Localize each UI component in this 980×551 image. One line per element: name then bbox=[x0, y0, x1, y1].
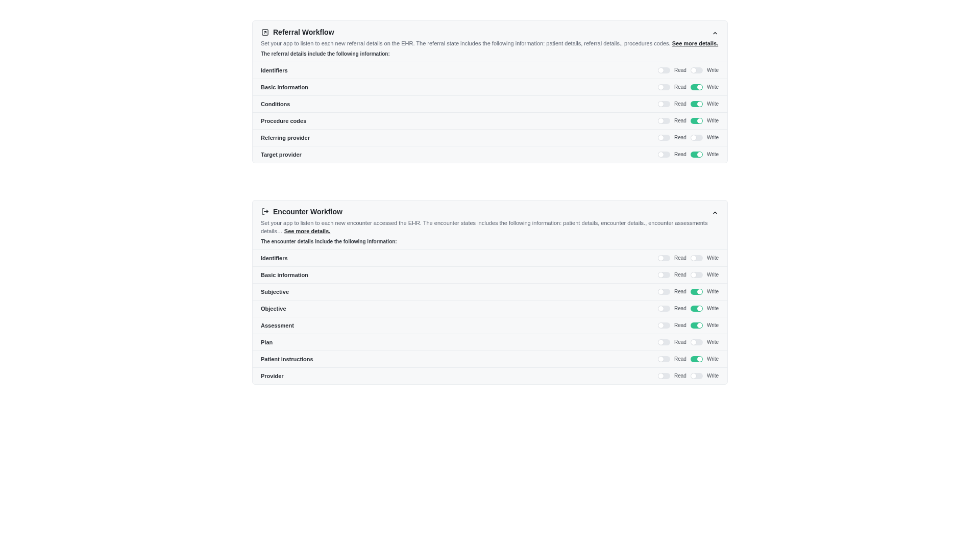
write-label: Write bbox=[707, 373, 719, 379]
read-label: Read bbox=[674, 373, 687, 379]
write-toggle[interactable] bbox=[691, 306, 703, 312]
read-label: Read bbox=[674, 135, 687, 140]
read-toggle[interactable] bbox=[658, 135, 670, 141]
read-toggle[interactable] bbox=[658, 306, 670, 312]
permission-label: Basic information bbox=[261, 272, 308, 278]
read-toggle[interactable] bbox=[658, 101, 670, 107]
panel-title: Encounter Workflow bbox=[273, 208, 342, 216]
permission-controls: ReadWrite bbox=[658, 135, 719, 141]
write-label: Write bbox=[707, 255, 719, 261]
write-label: Write bbox=[707, 322, 719, 328]
write-label: Write bbox=[707, 135, 719, 140]
read-toggle[interactable] bbox=[658, 356, 670, 362]
read-toggle[interactable] bbox=[658, 322, 670, 329]
write-toggle[interactable] bbox=[691, 101, 703, 107]
permission-controls: ReadWrite bbox=[658, 306, 719, 312]
permission-row: PlanReadWrite bbox=[253, 334, 727, 351]
see-more-link[interactable]: See more details. bbox=[284, 228, 331, 234]
permission-label: Subjective bbox=[261, 289, 289, 295]
write-toggle[interactable] bbox=[691, 272, 703, 278]
permission-row: Basic informationReadWrite bbox=[253, 267, 727, 284]
read-toggle[interactable] bbox=[658, 255, 670, 261]
read-label: Read bbox=[674, 289, 687, 294]
write-toggle[interactable] bbox=[691, 135, 703, 141]
write-toggle[interactable] bbox=[691, 339, 703, 345]
permission-row: SubjectiveReadWrite bbox=[253, 284, 727, 300]
read-toggle[interactable] bbox=[658, 118, 670, 124]
write-toggle[interactable] bbox=[691, 255, 703, 261]
permission-label: Basic information bbox=[261, 84, 308, 90]
permission-row: ObjectiveReadWrite bbox=[253, 300, 727, 317]
read-label: Read bbox=[674, 84, 687, 90]
permission-row: Patient instructionsReadWrite bbox=[253, 351, 727, 368]
write-label: Write bbox=[707, 289, 719, 294]
write-label: Write bbox=[707, 339, 719, 345]
permission-label: Conditions bbox=[261, 101, 290, 107]
permission-rows: IdentifiersReadWriteBasic informationRea… bbox=[253, 62, 727, 163]
permission-row: IdentifiersReadWrite bbox=[253, 250, 727, 267]
panel-subheading: The encounter details include the follow… bbox=[253, 236, 727, 249]
permission-controls: ReadWrite bbox=[658, 356, 719, 362]
read-label: Read bbox=[674, 152, 687, 157]
read-label: Read bbox=[674, 272, 687, 278]
write-label: Write bbox=[707, 101, 719, 107]
permission-row: Referring providerReadWrite bbox=[253, 130, 727, 146]
read-label: Read bbox=[674, 306, 687, 311]
read-label: Read bbox=[674, 339, 687, 345]
read-label: Read bbox=[674, 101, 687, 107]
permission-controls: ReadWrite bbox=[658, 101, 719, 107]
permission-row: IdentifiersReadWrite bbox=[253, 62, 727, 79]
permission-controls: ReadWrite bbox=[658, 118, 719, 124]
write-toggle[interactable] bbox=[691, 152, 703, 158]
write-label: Write bbox=[707, 84, 719, 90]
write-toggle[interactable] bbox=[691, 322, 703, 329]
write-toggle[interactable] bbox=[691, 67, 703, 73]
encounter-workflow-panel: Encounter WorkflowSet your app to listen… bbox=[252, 200, 728, 385]
write-toggle[interactable] bbox=[691, 289, 703, 295]
permission-controls: ReadWrite bbox=[658, 373, 719, 379]
see-more-link[interactable]: See more details. bbox=[672, 40, 719, 46]
panel-title: Referral Workflow bbox=[273, 28, 334, 36]
write-label: Write bbox=[707, 67, 719, 73]
read-toggle[interactable] bbox=[658, 289, 670, 295]
panel-description-text: Set your app to listen to each new refer… bbox=[261, 40, 672, 46]
permission-row: AssessmentReadWrite bbox=[253, 317, 727, 334]
permission-controls: ReadWrite bbox=[658, 322, 719, 329]
permission-controls: ReadWrite bbox=[658, 255, 719, 261]
permission-controls: ReadWrite bbox=[658, 289, 719, 295]
panel-header: Referral Workflow bbox=[253, 28, 727, 38]
permission-label: Provider bbox=[261, 373, 284, 379]
read-label: Read bbox=[674, 356, 687, 362]
collapse-button[interactable] bbox=[711, 29, 719, 37]
arrow-out-icon bbox=[261, 28, 269, 36]
permission-label: Procedure codes bbox=[261, 118, 306, 124]
permission-controls: ReadWrite bbox=[658, 272, 719, 278]
write-toggle[interactable] bbox=[691, 84, 703, 90]
permission-label: Patient instructions bbox=[261, 356, 313, 362]
read-toggle[interactable] bbox=[658, 373, 670, 379]
permission-row: Basic informationReadWrite bbox=[253, 79, 727, 96]
permission-controls: ReadWrite bbox=[658, 84, 719, 90]
permission-row: ConditionsReadWrite bbox=[253, 96, 727, 113]
read-label: Read bbox=[674, 118, 687, 123]
read-toggle[interactable] bbox=[658, 67, 670, 73]
write-toggle[interactable] bbox=[691, 356, 703, 362]
permission-label: Referring provider bbox=[261, 135, 310, 141]
panel-header: Encounter Workflow bbox=[253, 208, 727, 218]
collapse-button[interactable] bbox=[711, 209, 719, 217]
write-label: Write bbox=[707, 272, 719, 278]
read-toggle[interactable] bbox=[658, 84, 670, 90]
permission-row: Procedure codesReadWrite bbox=[253, 113, 727, 130]
read-toggle[interactable] bbox=[658, 339, 670, 345]
write-label: Write bbox=[707, 152, 719, 157]
write-label: Write bbox=[707, 306, 719, 311]
write-toggle[interactable] bbox=[691, 118, 703, 124]
permission-row: Target providerReadWrite bbox=[253, 146, 727, 163]
write-label: Write bbox=[707, 356, 719, 362]
read-toggle[interactable] bbox=[658, 272, 670, 278]
read-toggle[interactable] bbox=[658, 152, 670, 158]
write-toggle[interactable] bbox=[691, 373, 703, 379]
panel-description: Set your app to listen to each new refer… bbox=[253, 38, 727, 48]
read-label: Read bbox=[674, 255, 687, 261]
panel-subheading: The referral details include the followi… bbox=[253, 48, 727, 62]
